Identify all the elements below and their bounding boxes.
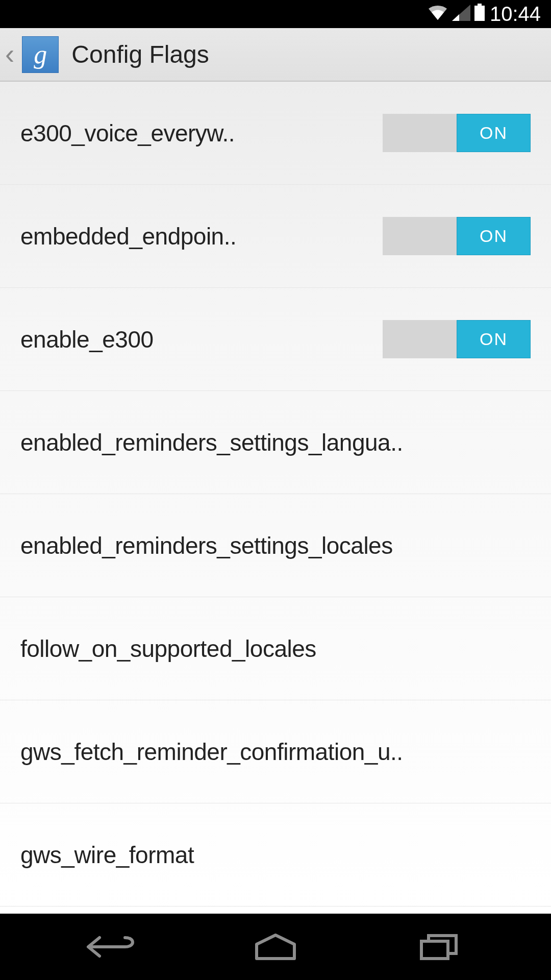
toggle-switch[interactable]: ON — [383, 320, 531, 358]
svg-rect-0 — [478, 4, 482, 6]
list-item[interactable]: enable_e300 ON — [0, 288, 551, 391]
status-time: 10:44 — [490, 3, 541, 26]
flag-label: gws_wire_format — [20, 841, 531, 869]
app-bar: ‹ g Config Flags — [0, 28, 551, 82]
list-item[interactable]: gws_fetch_reminder_confirmation_u.. — [0, 700, 551, 803]
list-item[interactable]: embedded_endpoin.. ON — [0, 185, 551, 288]
list-item[interactable]: gws_wire_format — [0, 803, 551, 906]
svg-rect-1 — [474, 6, 485, 21]
cell-signal-icon — [452, 3, 470, 26]
back-icon[interactable]: ‹ — [5, 40, 14, 68]
back-button[interactable] — [61, 932, 163, 962]
flag-label: e300_voice_everyw.. — [20, 119, 383, 147]
battery-icon — [474, 3, 485, 26]
flag-label: enabled_reminders_settings_langua.. — [20, 429, 531, 456]
status-bar: 10:44 — [0, 0, 551, 28]
google-app-icon[interactable]: g — [22, 36, 59, 73]
toggle-on-label: ON — [457, 217, 531, 255]
flag-label: enable_e300 — [20, 326, 383, 353]
toggle-switch[interactable]: ON — [383, 114, 531, 152]
toggle-switch[interactable]: ON — [383, 217, 531, 255]
navigation-bar — [0, 914, 551, 980]
list-item[interactable]: e300_voice_everyw.. ON — [0, 82, 551, 185]
flag-label: gws_fetch_reminder_confirmation_u.. — [20, 738, 531, 766]
toggle-on-label: ON — [457, 114, 531, 152]
page-title: Config Flags — [71, 40, 209, 68]
wifi-icon — [428, 3, 448, 26]
list-item[interactable]: enabled_reminders_settings_langua.. — [0, 391, 551, 494]
list-item[interactable]: enabled_reminders_settings_locales — [0, 494, 551, 597]
settings-list[interactable]: e300_voice_everyw.. ON embedded_endpoin.… — [0, 82, 551, 914]
flag-label: follow_on_supported_locales — [20, 635, 531, 663]
toggle-on-label: ON — [457, 320, 531, 358]
flag-label: embedded_endpoin.. — [20, 223, 383, 250]
flag-label: enabled_reminders_settings_locales — [20, 532, 531, 559]
svg-rect-2 — [421, 941, 448, 959]
home-button[interactable] — [224, 933, 327, 961]
recent-apps-button[interactable] — [388, 933, 490, 961]
list-item[interactable]: follow_on_supported_locales — [0, 597, 551, 700]
